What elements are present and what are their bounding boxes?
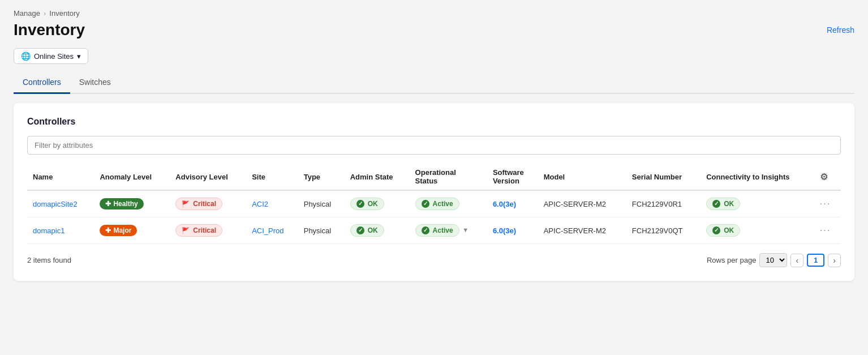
col-admin-state: Admin State bbox=[345, 164, 410, 190]
check-icon: ✓ bbox=[712, 226, 720, 234]
row1-model: APIC-SERVER-M2 bbox=[538, 190, 626, 217]
col-software-version: SoftwareVersion bbox=[487, 164, 538, 190]
check-icon: ✓ bbox=[356, 200, 364, 208]
flag-icon: 🚩 bbox=[182, 227, 190, 234]
row1-software-version: 6.0(3e) bbox=[493, 200, 516, 208]
row1-site[interactable]: ACI2 bbox=[252, 200, 268, 208]
col-settings: ⚙ bbox=[814, 164, 841, 190]
row1-anomaly-badge: ✚ Healthy bbox=[100, 198, 143, 209]
row2-model: APIC-SERVER-M2 bbox=[538, 217, 626, 244]
row2-operational-status: ✓ Active bbox=[415, 224, 459, 237]
globe-icon: 🌐 bbox=[21, 52, 31, 61]
controllers-card: Controllers Name Anomaly Level Advisory … bbox=[14, 103, 854, 281]
row2-serial: FCH2129V0QT bbox=[626, 217, 701, 244]
pagination: Rows per page 10 25 50 ‹ 1 › bbox=[707, 253, 841, 267]
row2-name[interactable]: domapic1 bbox=[33, 226, 65, 235]
items-found: 2 items found bbox=[27, 256, 71, 264]
row2-site[interactable]: ACI_Prod bbox=[252, 226, 283, 235]
row2-software-version: 6.0(3e) bbox=[493, 226, 516, 235]
row2-advisory-badge: 🚩 Critical bbox=[175, 224, 222, 237]
online-sites-label: Online Sites bbox=[34, 52, 74, 61]
col-connectivity: Connectivity to Insights bbox=[701, 164, 814, 190]
page-title: Inventory bbox=[14, 21, 85, 39]
row2-more-button[interactable]: ··· bbox=[820, 225, 831, 235]
table-row: domapic1 ✚ Major 🚩 Critical ACI_Prod bbox=[27, 217, 841, 244]
row1-admin-state: ✓ OK bbox=[350, 198, 384, 210]
row1-type: Physical bbox=[298, 190, 345, 217]
row2-type: Physical bbox=[298, 217, 345, 244]
card-title: Controllers bbox=[27, 117, 841, 127]
col-serial-number: Serial Number bbox=[626, 164, 701, 190]
refresh-button[interactable]: Refresh bbox=[827, 25, 854, 35]
tab-switches[interactable]: Switches bbox=[70, 73, 120, 94]
rows-per-page-select[interactable]: 10 25 50 bbox=[759, 253, 787, 267]
table-settings-icon[interactable]: ⚙ bbox=[820, 172, 828, 182]
col-advisory-level: Advisory Level bbox=[170, 164, 246, 190]
check-icon: ✓ bbox=[356, 226, 364, 234]
col-site: Site bbox=[246, 164, 298, 190]
filter-icon: ▼ bbox=[462, 226, 469, 233]
online-sites-dropdown[interactable]: 🌐 Online Sites ▾ bbox=[14, 48, 88, 64]
row2-connectivity: ✓ OK bbox=[706, 224, 740, 237]
pagination-prev-button[interactable]: ‹ bbox=[790, 254, 803, 267]
pagination-next-button[interactable]: › bbox=[828, 254, 841, 267]
flag-icon: 🚩 bbox=[182, 200, 190, 208]
check-icon: ✓ bbox=[422, 200, 429, 208]
breadcrumb-separator: › bbox=[44, 9, 46, 18]
row1-operational-status: ✓ Active bbox=[415, 198, 459, 210]
chevron-down-icon: ▾ bbox=[77, 52, 81, 61]
plus-circle-icon: ✚ bbox=[105, 200, 111, 208]
breadcrumb-parent[interactable]: Manage bbox=[14, 9, 40, 18]
row1-more-button[interactable]: ··· bbox=[820, 199, 831, 208]
tabs-bar: Controllers Switches bbox=[14, 73, 854, 94]
row1-connectivity: ✓ OK bbox=[706, 198, 740, 210]
row2-anomaly-badge: ✚ Major bbox=[100, 225, 137, 236]
rows-per-page-label: Rows per page bbox=[707, 256, 756, 264]
col-name: Name bbox=[27, 164, 94, 190]
check-icon: ✓ bbox=[422, 226, 429, 234]
col-type: Type bbox=[298, 164, 345, 190]
row1-advisory-badge: 🚩 Critical bbox=[175, 198, 222, 210]
breadcrumb: Manage › Inventory bbox=[14, 9, 854, 18]
filter-input[interactable] bbox=[27, 136, 841, 155]
row1-name[interactable]: domapicSite2 bbox=[33, 200, 78, 208]
col-anomaly-level: Anomaly Level bbox=[94, 164, 170, 190]
page-header: Inventory Refresh bbox=[14, 21, 854, 39]
col-operational-status: OperationalStatus bbox=[410, 164, 487, 190]
breadcrumb-current: Inventory bbox=[49, 9, 79, 18]
tab-controllers[interactable]: Controllers bbox=[14, 73, 70, 94]
check-icon: ✓ bbox=[712, 200, 720, 208]
pagination-current-page: 1 bbox=[807, 254, 824, 267]
table-row: domapicSite2 ✚ Healthy 🚩 Critical ACI bbox=[27, 190, 841, 217]
col-model: Model bbox=[538, 164, 626, 190]
plus-circle-icon: ✚ bbox=[105, 226, 111, 234]
table-footer: 2 items found Rows per page 10 25 50 ‹ 1… bbox=[27, 253, 841, 267]
row2-admin-state: ✓ OK bbox=[350, 224, 384, 237]
controllers-table: Name Anomaly Level Advisory Level Site T… bbox=[27, 164, 841, 244]
row1-serial: FCH2129V0R1 bbox=[626, 190, 701, 217]
